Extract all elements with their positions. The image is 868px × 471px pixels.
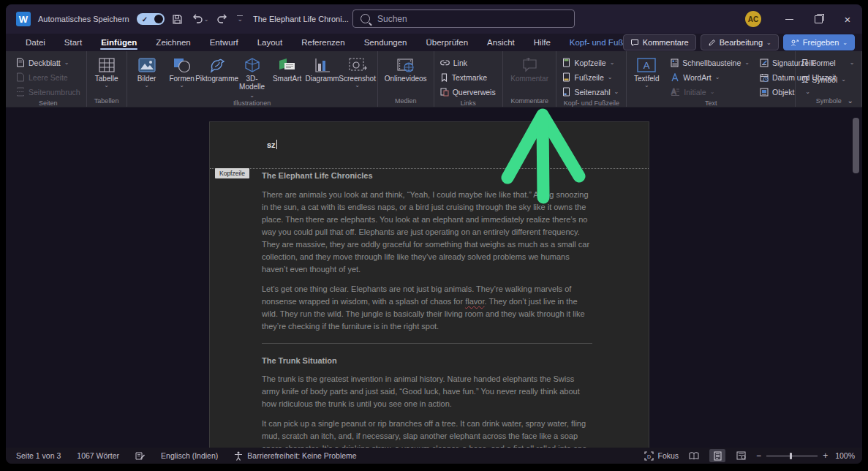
- seitenzahl-button[interactable]: Seitenzahl⌄: [559, 85, 622, 99]
- chevron-down-icon: ⌄: [710, 88, 715, 95]
- zoom-out-icon[interactable]: −: [756, 451, 761, 461]
- page-indicator[interactable]: Seite 1 von 3: [16, 451, 61, 460]
- diagramm-button[interactable]: Diagramm: [306, 54, 339, 83]
- chevron-down-icon: ⌄: [610, 59, 615, 66]
- ribbon: Deckblatt⌄ Leere Seite Seitenumbruch Sei…: [6, 51, 862, 108]
- restore-button[interactable]: [804, 4, 833, 34]
- kopfzeile-button[interactable]: Kopfzeile⌄: [559, 56, 622, 69]
- document-body[interactable]: The Elephant Life Chronicles There are a…: [262, 170, 592, 448]
- save-icon[interactable]: [172, 14, 183, 25]
- proofing-icon[interactable]: [135, 451, 145, 461]
- fusszeile-button[interactable]: Fußzeile⌄: [559, 70, 622, 84]
- 3d-modelle-button[interactable]: 3D-Modelle ⌄: [235, 54, 269, 99]
- document-canvas: sz Kopfzeile The Elephant Life Chronicle…: [6, 108, 862, 448]
- redo-icon[interactable]: [217, 14, 228, 24]
- doc-title-text: The Elephant Life Chroni...: [253, 15, 349, 23]
- formen-button[interactable]: Formen ⌄: [165, 54, 199, 88]
- chevron-down-icon: ⌄: [715, 74, 720, 80]
- querverweis-button[interactable]: Querverweis: [437, 85, 499, 99]
- bilder-button[interactable]: Bilder ⌄: [130, 54, 164, 88]
- piktogramme-button[interactable]: Piktogramme: [200, 54, 234, 83]
- header-tag: Kopfzeile: [215, 168, 249, 178]
- formel-button[interactable]: Π Formel⌄: [799, 56, 857, 69]
- web-layout-view-icon[interactable]: [733, 449, 749, 462]
- comments-button[interactable]: Kommentare: [623, 34, 696, 50]
- symbol-button[interactable]: Ω Symbol⌄: [799, 72, 857, 86]
- querverweis-label: Querverweis: [453, 88, 496, 97]
- doc-heading-1: The Elephant Life Chronicles: [262, 170, 592, 181]
- link-button[interactable]: Link: [437, 56, 499, 69]
- chevron-down-icon: ⌄: [644, 83, 649, 88]
- onlinevideos-button[interactable]: Onlinevideos: [382, 54, 430, 83]
- toggle-knob: [154, 15, 163, 23]
- header-edit-area[interactable]: sz: [210, 122, 649, 169]
- tab-layout[interactable]: Layout: [248, 35, 293, 50]
- titlebar-right: AC ×: [745, 4, 862, 34]
- tab-referenzen[interactable]: Referenzen: [292, 35, 354, 50]
- smartart-button[interactable]: SmartArt: [271, 54, 304, 83]
- ribbon-group-text: A Textfeld ⌄ Schnellbausteine⌄ WordArt⌄: [627, 51, 796, 107]
- textmarke-button[interactable]: Textmarke: [437, 70, 499, 84]
- accessibility-icon: [234, 451, 243, 461]
- tab-start[interactable]: Start: [55, 35, 91, 50]
- undo-icon[interactable]: ⌄: [192, 14, 209, 24]
- focus-mode-button[interactable]: D Fokus: [644, 451, 679, 461]
- tab-hilfe[interactable]: Hilfe: [524, 35, 560, 50]
- schnellbausteine-button[interactable]: Schnellbausteine⌄: [668, 56, 752, 69]
- screenshot-button[interactable]: Screenshot ⌄: [341, 54, 374, 88]
- zoom-track[interactable]: [766, 456, 818, 456]
- autosave-toggle[interactable]: ✓: [137, 13, 165, 25]
- collapse-ribbon-icon[interactable]: ⌄: [848, 97, 853, 105]
- 3d-cube-icon: [244, 56, 260, 75]
- table-icon: [98, 56, 116, 75]
- editing-button[interactable]: Bearbeitung ⌄: [701, 34, 779, 50]
- minimize-button[interactable]: [774, 4, 804, 34]
- screenshot-icon: [348, 56, 367, 75]
- symbol-label: Symbol: [812, 75, 837, 84]
- section-divider: [262, 343, 592, 344]
- tab-einfuegen[interactable]: Einfügen: [91, 35, 146, 50]
- document-page[interactable]: sz Kopfzeile The Elephant Life Chronicle…: [210, 122, 649, 448]
- share-button[interactable]: Freigeben ⌄: [783, 34, 855, 50]
- print-layout-view-icon[interactable]: [709, 449, 725, 462]
- textfeld-button[interactable]: A Textfeld ⌄: [630, 54, 663, 88]
- read-mode-view-icon[interactable]: [686, 449, 702, 462]
- word-logo-icon[interactable]: W: [16, 12, 31, 26]
- zoom-in-icon[interactable]: +: [823, 451, 828, 461]
- autosave-label: Automatisches Speichern: [38, 15, 129, 23]
- screenshot-stage: W Automatisches Speichern ✓ ⌄ ⌄ The Elep…: [0, 0, 868, 471]
- comments-label: Kommentare: [643, 38, 689, 47]
- initiale-label: Initiale: [684, 88, 706, 97]
- vertical-scrollbar[interactable]: [853, 118, 859, 173]
- tab-datei[interactable]: Datei: [16, 35, 55, 50]
- zoom-slider[interactable]: − +: [756, 451, 828, 461]
- tab-ueberpruefen[interactable]: Überprüfen: [417, 35, 478, 50]
- header-text[interactable]: sz: [267, 140, 277, 149]
- search-input[interactable]: [376, 13, 567, 25]
- search-box[interactable]: [352, 10, 575, 28]
- image-icon: [138, 56, 156, 75]
- toolbar-overflow-icon[interactable]: ⌄: [237, 15, 243, 23]
- tabelle-button[interactable]: Tabelle ⌄: [90, 54, 124, 88]
- zoom-thumb[interactable]: [790, 453, 792, 459]
- deckblatt-button[interactable]: Deckblatt⌄: [13, 56, 83, 69]
- zoom-level[interactable]: 100%: [835, 451, 855, 460]
- bookmark-icon: [440, 73, 448, 82]
- tab-zeichnen[interactable]: Zeichnen: [146, 35, 200, 50]
- accessibility-status[interactable]: Barrierefreiheit: Keine Probleme: [234, 451, 356, 461]
- tab-entwurf[interactable]: Entwurf: [200, 35, 248, 50]
- language-indicator[interactable]: Englisch (Indien): [161, 451, 218, 460]
- word-count[interactable]: 1067 Wörter: [77, 451, 119, 460]
- chevron-down-icon: ⌄: [842, 39, 848, 46]
- objekt-label: Objekt: [772, 88, 794, 97]
- tab-sendungen[interactable]: Sendungen: [355, 35, 417, 50]
- drop-cap-icon: A: [671, 88, 680, 96]
- share-icon: [790, 39, 799, 47]
- textmarke-label: Textmarke: [452, 73, 487, 82]
- wordart-button[interactable]: WordArt⌄: [668, 70, 752, 84]
- link-icon: [440, 59, 450, 67]
- avatar[interactable]: AC: [745, 11, 761, 27]
- close-button[interactable]: ×: [833, 4, 862, 34]
- tab-ansicht[interactable]: Ansicht: [478, 35, 524, 50]
- smartart-label: SmartArt: [273, 75, 301, 83]
